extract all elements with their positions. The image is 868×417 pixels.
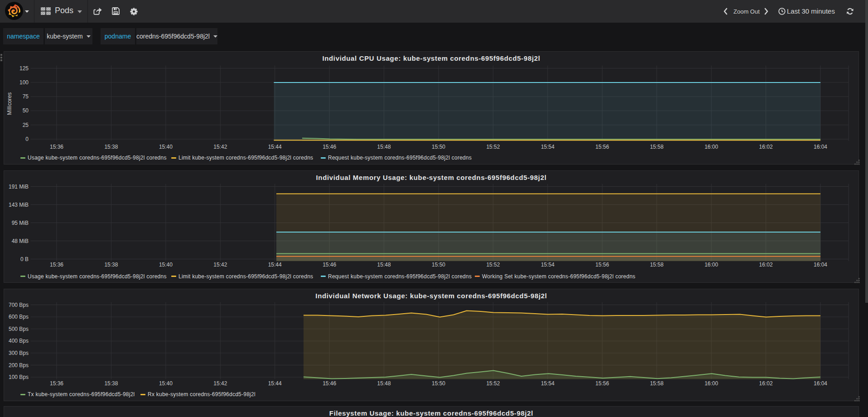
svg-text:15:44: 15:44 [268,380,282,386]
svg-text:15:38: 15:38 [104,380,118,386]
svg-text:15:50: 15:50 [432,144,445,150]
svg-text:700 Bps: 700 Bps [9,301,29,308]
svg-text:50: 50 [23,107,29,114]
svg-text:48 MiB: 48 MiB [12,238,29,244]
svg-text:15:40: 15:40 [159,262,173,268]
svg-text:15:56: 15:56 [595,144,609,150]
svg-text:15:48: 15:48 [377,380,391,386]
svg-text:15:54: 15:54 [541,262,555,268]
svg-text:400 Bps: 400 Bps [9,338,29,344]
svg-text:15:54: 15:54 [541,380,555,386]
svg-text:15:58: 15:58 [650,144,664,150]
svg-text:15:36: 15:36 [50,144,63,150]
svg-text:0: 0 [25,136,29,142]
svg-text:16:04: 16:04 [814,262,827,268]
svg-text:143 MiB: 143 MiB [9,201,29,208]
svg-text:75: 75 [23,93,29,100]
svg-text:500 Bps: 500 Bps [9,325,29,332]
svg-text:15:36: 15:36 [50,380,63,386]
svg-text:15:58: 15:58 [650,380,664,386]
svg-text:15:42: 15:42 [213,380,227,386]
svg-text:15:54: 15:54 [541,144,555,150]
svg-text:15:42: 15:42 [213,262,227,268]
svg-text:16:02: 16:02 [759,144,773,150]
svg-text:15:48: 15:48 [377,262,391,268]
svg-text:191 MiB: 191 MiB [9,183,29,189]
svg-text:15:40: 15:40 [159,144,173,150]
svg-text:100 Bps: 100 Bps [9,374,29,380]
svg-text:16:04: 16:04 [814,144,827,150]
svg-text:600 Bps: 600 Bps [9,314,29,320]
svg-text:15:50: 15:50 [432,262,445,268]
svg-text:16:00: 16:00 [704,380,718,386]
svg-text:16:02: 16:02 [759,262,773,268]
svg-text:15:44: 15:44 [268,262,282,268]
svg-text:100: 100 [19,79,29,86]
svg-text:25: 25 [23,122,29,128]
svg-text:200 Bps: 200 Bps [9,362,29,368]
svg-text:15:46: 15:46 [323,144,336,150]
svg-text:16:02: 16:02 [759,380,773,386]
svg-text:300 Bps: 300 Bps [9,349,29,356]
svg-text:15:36: 15:36 [50,262,63,268]
svg-text:16:00: 16:00 [704,262,718,268]
svg-text:15:38: 15:38 [104,262,118,268]
svg-text:15:46: 15:46 [323,380,336,386]
svg-text:15:40: 15:40 [159,380,173,386]
svg-text:15:46: 15:46 [323,262,336,268]
svg-text:15:52: 15:52 [486,262,500,268]
svg-text:15:48: 15:48 [377,144,391,150]
svg-text:15:52: 15:52 [486,144,500,150]
svg-text:16:00: 16:00 [704,144,718,150]
svg-text:15:50: 15:50 [432,380,445,386]
svg-text:15:38: 15:38 [104,144,118,150]
svg-text:15:42: 15:42 [213,144,227,150]
svg-text:15:56: 15:56 [595,380,609,386]
svg-text:16:04: 16:04 [814,380,827,386]
svg-text:15:52: 15:52 [486,380,500,386]
svg-text:95 MiB: 95 MiB [12,219,29,226]
svg-text:15:56: 15:56 [595,262,609,268]
svg-text:Millicores: Millicores [6,92,13,115]
svg-text:0 B: 0 B [20,256,29,262]
svg-text:15:58: 15:58 [650,262,664,268]
svg-text:15:44: 15:44 [268,144,282,150]
svg-text:125: 125 [19,65,29,72]
